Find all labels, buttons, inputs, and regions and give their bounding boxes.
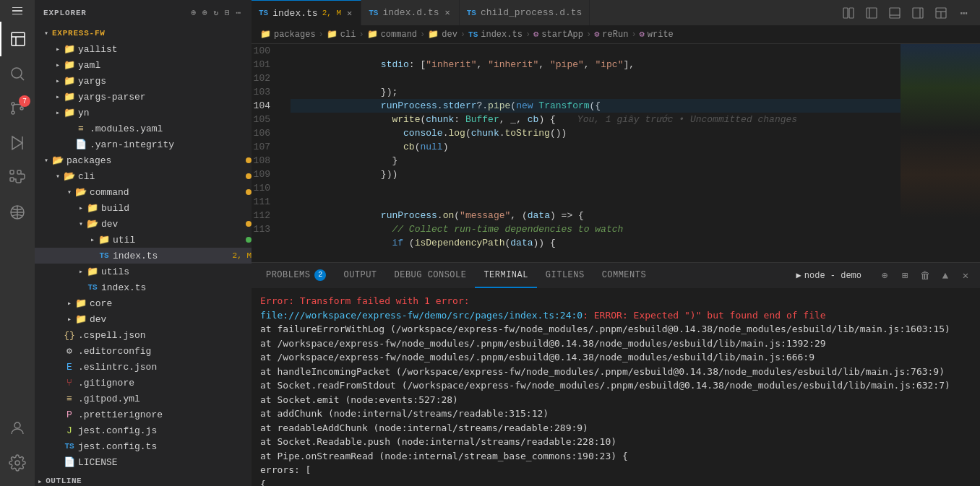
sidebar-item-yargs[interactable]: ▸ 📁 yargs <box>35 73 252 89</box>
tab-close-button[interactable]: ✕ <box>443 6 451 19</box>
sidebar-item-packages[interactable]: ▾ 📂 packages <box>35 152 252 168</box>
breadcrumb-packages[interactable]: 📁 packages <box>260 29 316 40</box>
explorer-icon[interactable] <box>0 22 35 56</box>
line-number: 104 <box>252 99 276 113</box>
tab-index-dts[interactable]: TS index.d.ts ✕ <box>361 0 459 25</box>
file-label: .modules.yaml <box>90 123 252 134</box>
sidebar-item-editorconfig[interactable]: ▸ ⚙ .editorconfig <box>35 343 252 359</box>
terminal-content[interactable]: Error: Transform failed with 1 error: fi… <box>252 288 980 486</box>
split-editor-icon[interactable] <box>838 3 859 23</box>
new-file-icon[interactable]: ⊕ <box>189 6 198 19</box>
sidebar-item-cspell[interactable]: ▸ {} .cspell.json <box>35 327 252 343</box>
sidebar-item-utils[interactable]: ▸ 📁 utils <box>35 264 252 279</box>
sidebar-item-gitpod[interactable]: ▸ ≡ .gitpod.yml <box>35 391 252 407</box>
tab-output[interactable]: OUTPUT <box>335 263 385 288</box>
hamburger-menu[interactable] <box>0 0 35 22</box>
code-view[interactable]: 100 101 102 103 104 105 106 107 108 109 … <box>252 44 901 262</box>
ts-file-icon: TS <box>259 9 268 17</box>
delete-terminal-icon[interactable]: 🗑 <box>916 267 934 285</box>
sidebar-item-core[interactable]: ▸ 📁 core <box>35 295 252 311</box>
sidebar-item-gitignore[interactable]: ▸ ⑂ .gitignore <box>35 375 252 391</box>
sidebar-item-index-ts-active[interactable]: ▸ TS index.ts 2, M <box>35 248 252 264</box>
new-folder-icon[interactable]: ⊕ <box>201 6 210 19</box>
search-icon[interactable] <box>0 56 35 91</box>
breadcrumb-dev[interactable]: 📁 dev <box>428 29 457 40</box>
more-actions-icon[interactable]: ⋯ <box>954 3 974 23</box>
customize-layout-icon[interactable] <box>931 3 951 23</box>
refresh-icon[interactable]: ↻ <box>212 6 220 19</box>
root-arrow: ▾ <box>40 27 52 39</box>
maximize-panel-icon[interactable]: ▲ <box>937 267 954 285</box>
problems-label: PROBLEMS <box>266 270 310 280</box>
sidebar-item-prettier[interactable]: ▸ P .prettierignore <box>35 407 252 422</box>
terminal-line-8: at Socket.emit (node:events:527:28) <box>260 393 971 407</box>
sidebar-item-jest-ts[interactable]: ▸ TS jest.config.ts <box>35 438 252 454</box>
sidebar-item-jest-js[interactable]: ▸ J jest.config.js <box>35 422 252 438</box>
sidebar-item-cli[interactable]: ▾ 📂 cli <box>35 168 252 184</box>
sidebar-item-license[interactable]: ▸ 📄 LICENSE <box>35 454 252 470</box>
close-panel-icon[interactable]: ✕ <box>957 267 974 285</box>
sidebar-item-eslintrc[interactable]: ▸ E .eslintrc.json <box>35 359 252 375</box>
extensions-icon[interactable] <box>0 160 35 195</box>
folder-icon: 📁 <box>327 29 338 40</box>
breadcrumb-cli[interactable]: 📁 cli <box>327 29 356 40</box>
breadcrumb: 📁 packages › 📁 cli › 📁 command › 📁 dev ›… <box>252 25 980 44</box>
collapse-all-icon[interactable]: ⊟ <box>223 6 232 19</box>
sidebar-item-util[interactable]: ▸ 📁 util <box>35 232 252 248</box>
tab-comments[interactable]: COMMENTS <box>593 263 655 288</box>
tab-problems[interactable]: PROBLEMS 2 <box>257 263 335 288</box>
svg-point-11 <box>14 422 20 428</box>
breadcrumb-rerun[interactable]: ⚙ reRun <box>594 29 628 40</box>
sidebar-item-yargs-parser[interactable]: ▸ 📁 yargs-parser <box>35 89 252 105</box>
toggle-secondary-sidebar-icon[interactable] <box>908 3 928 23</box>
sidebar-item-dev[interactable]: ▾ 📂 dev <box>35 216 252 232</box>
file-yaml-icon: ≡ <box>64 393 75 404</box>
tab-gitlens[interactable]: GITLENS <box>537 263 593 288</box>
sidebar-item-yn[interactable]: ▸ 📁 yn <box>35 105 252 121</box>
tab-child-process[interactable]: TS child_process.d.ts <box>460 0 590 25</box>
main-wrapper: TS index.ts 2, M ✕ TS index.d.ts ✕ TS ch… <box>252 0 980 486</box>
run-debug-icon[interactable] <box>0 126 35 160</box>
outline-section[interactable]: ▸ OUTLINE <box>35 473 252 486</box>
sidebar-item-yallist[interactable]: ▸ 📁 yallist <box>35 41 252 57</box>
tab-terminal[interactable]: TERMINAL <box>475 263 536 288</box>
sidebar-item-yaml[interactable]: ▸ 📁 yaml <box>35 57 252 73</box>
tab-debug-console[interactable]: DEBUG CONSOLE <box>386 263 476 288</box>
more-actions-icon[interactable]: ⋯ <box>234 6 243 19</box>
gitlens-label: GITLENS <box>546 270 585 280</box>
remote-explorer-icon[interactable] <box>0 195 35 230</box>
source-control-icon[interactable]: 7 <box>0 91 35 126</box>
toggle-panel-icon[interactable] <box>885 3 905 23</box>
breadcrumb-startapp[interactable]: ⚙ startApp <box>533 29 583 40</box>
activity-bar-top: 7 <box>0 0 35 411</box>
code-line-106: cb(null) <box>291 126 901 140</box>
sidebar-item-modules-yaml[interactable]: ▸ ≡ .modules.yaml <box>35 121 252 136</box>
sidebar-item-yarn-integrity[interactable]: ▸ 📄 .yarn-integrity <box>35 136 252 152</box>
breadcrumb-index-ts[interactable]: TS index.ts <box>468 30 523 40</box>
folder-label: dev <box>90 314 252 325</box>
folder-icon: 📁 <box>260 29 271 40</box>
breadcrumb-write[interactable]: ⚙ write <box>640 29 674 40</box>
settings-icon[interactable] <box>0 446 35 480</box>
folder-label: yargs-parser <box>78 92 252 103</box>
sidebar-item-command[interactable]: ▾ 📂 command <box>35 184 252 200</box>
add-terminal-icon[interactable]: ⊕ <box>876 267 893 285</box>
tab-bar: TS index.ts 2, M ✕ TS index.d.ts ✕ TS ch… <box>252 0 980 25</box>
line-number: 102 <box>252 71 276 85</box>
tab-close-button[interactable]: ✕ <box>345 6 353 20</box>
breadcrumb-command[interactable]: 📁 command <box>367 29 417 40</box>
sidebar-item-index-ts[interactable]: ▸ TS index.ts <box>35 279 252 295</box>
folder-icon: 📁 <box>428 29 439 40</box>
line-number: 103 <box>252 85 276 99</box>
sidebar-item-build[interactable]: ▸ 📁 build <box>35 200 252 216</box>
split-terminal-icon[interactable]: ⊞ <box>896 267 914 285</box>
svg-rect-15 <box>867 8 877 18</box>
file-ts-icon: TS <box>64 441 75 452</box>
svg-rect-14 <box>849 8 854 18</box>
sidebar-root-folder[interactable]: ▾ EXPRESS-FW <box>35 25 252 41</box>
toggle-sidebar-icon[interactable] <box>861 3 882 23</box>
accounts-icon[interactable] <box>0 411 35 446</box>
minimap <box>901 44 980 262</box>
sidebar-item-dev2[interactable]: ▸ 📁 dev <box>35 311 252 327</box>
tab-index-ts[interactable]: TS index.ts 2, M ✕ <box>252 0 361 25</box>
